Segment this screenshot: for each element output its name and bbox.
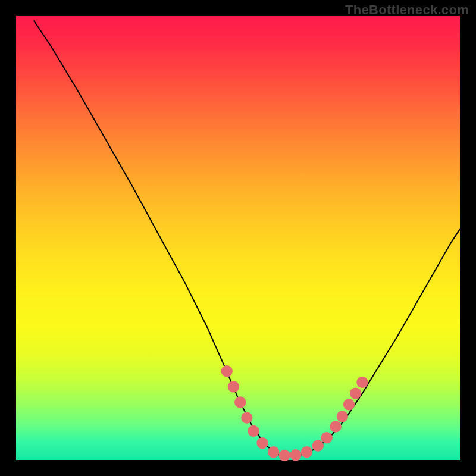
highlight-dot <box>321 432 333 443</box>
highlight-dot <box>337 411 348 422</box>
highlight-dot <box>228 381 239 392</box>
highlight-dot <box>350 387 361 399</box>
highlight-dot <box>241 412 252 423</box>
highlight-dot <box>268 446 279 458</box>
highlight-dot <box>301 446 312 458</box>
highlight-dot <box>279 450 290 461</box>
highlight-dot <box>234 396 246 408</box>
highlight-dot <box>330 421 341 432</box>
highlight-dot <box>312 440 324 451</box>
highlight-dot <box>343 399 355 410</box>
plot-area <box>16 16 460 460</box>
chart-frame: TheBottleneck.com <box>0 0 476 476</box>
highlight-dots-group <box>221 365 368 461</box>
bottleneck-curve <box>34 21 460 457</box>
curve-layer <box>16 16 460 460</box>
highlight-dot <box>356 377 368 388</box>
watermark-text: TheBottleneck.com <box>345 2 469 18</box>
highlight-dot <box>256 437 268 449</box>
highlight-dot <box>248 425 259 437</box>
highlight-dot <box>221 365 233 377</box>
highlight-dot <box>290 449 301 461</box>
